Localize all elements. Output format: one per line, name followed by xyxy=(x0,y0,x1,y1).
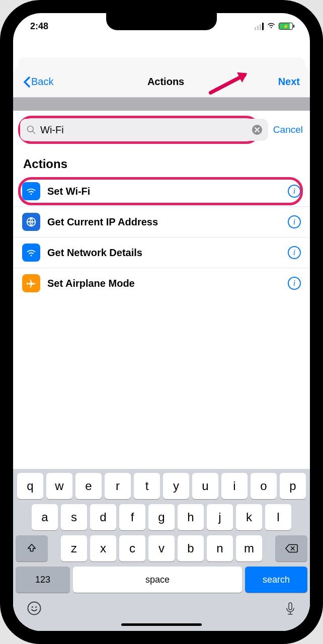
action-label: Get Current IP Address xyxy=(47,216,281,228)
info-button[interactable]: i xyxy=(288,246,301,259)
key-y[interactable]: y xyxy=(163,473,189,499)
key-g[interactable]: g xyxy=(148,504,175,530)
action-label: Get Network Details xyxy=(47,247,281,259)
back-label: Back xyxy=(31,76,53,88)
key-t[interactable]: t xyxy=(134,473,160,499)
airplane-icon xyxy=(22,274,40,292)
shift-key[interactable] xyxy=(16,535,48,561)
key-u[interactable]: u xyxy=(192,473,218,499)
actions-list: Set Wi-Fi i Get Current IP Address i xyxy=(13,176,310,298)
x-icon xyxy=(255,127,260,132)
key-r[interactable]: r xyxy=(105,473,131,499)
wifi-icon xyxy=(22,182,40,200)
status-time: 2:48 xyxy=(30,21,48,32)
key-e[interactable]: e xyxy=(75,473,102,499)
shift-icon xyxy=(26,543,37,554)
emoji-icon xyxy=(27,601,42,616)
back-button[interactable]: Back xyxy=(23,76,53,88)
search-input[interactable] xyxy=(40,124,248,136)
key-s[interactable]: s xyxy=(61,504,87,530)
numbers-key[interactable]: 123 xyxy=(16,567,70,593)
key-v[interactable]: v xyxy=(148,535,175,561)
keyboard: qwertyuiop asdfghjkl zxcvbnm 123 space xyxy=(13,469,310,631)
home-indicator[interactable] xyxy=(121,623,202,626)
separator-band xyxy=(13,98,310,111)
emoji-key[interactable] xyxy=(27,601,42,619)
nav-title: Actions xyxy=(147,76,184,88)
action-label: Set Wi-Fi xyxy=(47,186,281,197)
svg-rect-6 xyxy=(289,603,292,610)
globe-icon xyxy=(22,213,40,231)
annotation-arrow xyxy=(208,69,255,98)
wifi-icon xyxy=(22,244,40,262)
space-key[interactable]: space xyxy=(73,567,242,593)
action-row-get-ip[interactable]: Get Current IP Address i xyxy=(13,206,310,237)
next-button[interactable]: Next xyxy=(278,76,300,88)
key-n[interactable]: n xyxy=(207,535,233,561)
info-button[interactable]: i xyxy=(288,215,301,228)
search-row: Cancel xyxy=(13,111,310,149)
notch xyxy=(106,13,217,30)
svg-point-4 xyxy=(32,606,33,608)
wifi-status-icon xyxy=(267,21,276,32)
cellular-signal-icon xyxy=(255,23,264,30)
key-l[interactable]: l xyxy=(265,504,291,530)
action-row-airplane[interactable]: Set Airplane Mode i xyxy=(13,268,310,298)
battery-icon: ⚡ xyxy=(279,23,293,30)
info-button[interactable]: i xyxy=(288,277,301,290)
key-z[interactable]: z xyxy=(61,535,87,561)
key-o[interactable]: o xyxy=(251,473,277,499)
key-b[interactable]: b xyxy=(178,535,204,561)
key-q[interactable]: q xyxy=(17,473,43,499)
svg-point-5 xyxy=(35,606,37,608)
key-h[interactable]: h xyxy=(178,504,204,530)
key-i[interactable]: i xyxy=(221,473,248,499)
section-header: Actions xyxy=(13,149,310,176)
backspace-icon xyxy=(285,543,298,553)
cancel-button[interactable]: Cancel xyxy=(273,124,303,135)
key-a[interactable]: a xyxy=(32,504,58,530)
key-f[interactable]: f xyxy=(119,504,145,530)
key-p[interactable]: p xyxy=(280,473,306,499)
key-x[interactable]: x xyxy=(90,535,116,561)
key-m[interactable]: m xyxy=(236,535,262,561)
key-c[interactable]: c xyxy=(119,535,145,561)
key-d[interactable]: d xyxy=(90,504,116,530)
action-row-network-details[interactable]: Get Network Details i xyxy=(13,237,310,268)
chevron-left-icon xyxy=(23,76,30,88)
key-k[interactable]: k xyxy=(236,504,262,530)
info-button[interactable]: i xyxy=(288,185,301,198)
search-box[interactable] xyxy=(20,119,268,141)
search-icon xyxy=(26,125,36,135)
action-row-set-wifi[interactable]: Set Wi-Fi i xyxy=(13,176,310,206)
action-label: Set Airplane Mode xyxy=(47,278,281,289)
search-key[interactable]: search xyxy=(245,567,307,593)
dictation-key[interactable] xyxy=(284,602,296,619)
mic-icon xyxy=(284,602,296,617)
clear-search-button[interactable] xyxy=(252,125,262,135)
backspace-key[interactable] xyxy=(275,535,307,561)
svg-point-3 xyxy=(28,602,41,615)
key-j[interactable]: j xyxy=(207,504,233,530)
key-w[interactable]: w xyxy=(46,473,72,499)
nav-bar: Back Actions Next xyxy=(13,66,310,98)
svg-line-1 xyxy=(33,131,35,134)
